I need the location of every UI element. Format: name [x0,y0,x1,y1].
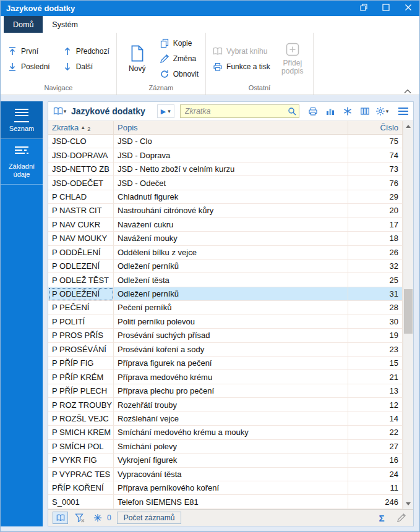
cell-popis[interactable]: Odležení perníků [114,287,348,301]
cell-cislo[interactable]: 32 [348,260,403,273]
cell-popis[interactable]: Příprava plechu pro pečení [114,384,348,398]
scrollbar-thumb[interactable] [404,289,413,333]
chart-button[interactable] [323,104,337,118]
edit-record-button[interactable]: Změna [158,51,200,67]
print-button[interactable] [306,104,320,118]
table-row[interactable]: P PŘÍP FIG Příprava figurek na pečení 15 [48,357,403,370]
cell-popis[interactable]: JSD - Netto zboží v celním kurzu [114,163,348,176]
links-button[interactable] [340,104,354,118]
cell-popis[interactable]: JSD - Doprava [114,148,348,162]
sum-button[interactable]: Σ [375,512,388,524]
quick-edit-button[interactable] [395,512,408,524]
cell-cislo[interactable]: 22 [348,426,403,439]
cell-cislo[interactable]: 75 [348,135,403,148]
table-row[interactable]: P ODLEŽENÍ Odležení perníků 31 [48,287,403,301]
table-row[interactable]: P NAV MOUKY Navážení mouky 18 [48,232,403,245]
cell-popis[interactable]: Rozehřátí trouby [114,398,348,412]
cell-cislo[interactable]: 30 [348,315,403,329]
add-signature-button[interactable]: Přidej podpis [277,36,308,81]
table-row[interactable]: JSD-ODEČET JSD - Odečet 76 [48,176,403,190]
scroll-down-button[interactable] [403,499,413,509]
tab-system[interactable]: Systém [43,16,87,33]
table-row[interactable]: P CHLAD Chladnutí figurek 29 [48,190,403,204]
vertical-scrollbar[interactable] [403,121,413,509]
cell-cislo[interactable]: 16 [348,454,403,467]
cell-zkratka[interactable]: P SMICH KREM [48,426,114,439]
cell-popis[interactable]: Vypracování těsta [114,468,348,481]
functions-print-button[interactable]: Funkce a tisk [211,59,272,74]
cell-cislo[interactable]: 23 [348,343,403,357]
cell-cislo[interactable]: 13 [348,384,403,398]
table-row[interactable]: P ODLEZENÍ Odležení perníků 32 [48,260,403,273]
list-view-toggle[interactable] [53,512,68,524]
cell-popis[interactable]: Rozšlehání vejce [114,412,348,426]
new-record-button[interactable]: Nový [122,36,153,81]
copy-record-button[interactable]: Kopie [158,36,200,51]
table-row[interactable]: P ODLEŽ TĚST Odležení těsta 25 [48,273,403,287]
table-row[interactable]: P SMÍCH POL Smíchání polevy 27 [48,440,403,454]
table-row[interactable]: P VYKR FIG Vykrojení figurek 16 [48,454,403,467]
cell-zkratka[interactable]: S_0001 [48,495,114,509]
cell-cislo[interactable]: 11 [348,481,403,495]
cell-popis[interactable]: Smíchání polevy [114,440,348,454]
table-row[interactable]: JSD-NETTO ZB JSD - Netto zboží v celním … [48,163,403,176]
settings-gear-button[interactable]: ▾ [375,104,389,118]
run-action-button[interactable]: ▶ ▾ [157,104,174,118]
table-row[interactable]: PŘÍP KOŘENÍ Příprava perníkového koření … [48,481,403,495]
cell-popis[interactable]: Polití perníku polevou [114,315,348,329]
search-input[interactable] [184,106,287,116]
cell-zkratka[interactable]: P NASTR CIT [48,204,114,217]
cell-popis[interactable]: Smíchání medového krému a mouky [114,426,348,439]
table-row[interactable]: P PROSÉVÁNÍ Prosévání koření a sody 23 [48,343,403,357]
cell-popis[interactable]: JSD - Clo [114,135,348,148]
table-row[interactable]: S_0001 Telefon SIEMENS E81 246 [48,495,403,509]
column-header-zkratka[interactable]: Zkratka ▲ 2 [48,121,114,134]
cell-zkratka[interactable]: P ODDĚLENÍ [48,246,114,260]
table-row[interactable]: P NASTR CIT Nastrouhání citrónové kůry 2… [48,204,403,217]
refresh-button[interactable]: Obnovit [158,67,200,82]
table-row[interactable]: P VYPRAC TES Vypracování těsta 24 [48,468,403,481]
cell-popis[interactable]: Odležení perníků [114,260,348,273]
table-row[interactable]: P SMICH KREM Smíchání medového krému a m… [48,426,403,439]
restore-window-button[interactable] [353,1,375,16]
menu-button[interactable] [396,104,410,118]
cell-zkratka[interactable]: P ROZ TROUBY [48,398,114,412]
cell-popis[interactable]: Odležení těsta [114,273,348,287]
filter-button[interactable] [74,512,86,524]
cell-zkratka[interactable]: JSD-CLO [48,135,114,148]
cell-popis[interactable]: Prosévání suchých přísad [114,329,348,342]
cell-zkratka[interactable]: P POLITÍ [48,315,114,329]
cell-cislo[interactable]: 21 [348,370,403,384]
cell-cislo[interactable]: 25 [348,273,403,287]
record-count-button[interactable]: Počet záznamů [117,512,182,524]
cell-cislo[interactable]: 12 [348,398,403,412]
cell-zkratka[interactable]: P NAV CUKR [48,218,114,232]
last-record-button[interactable]: Poslední [6,59,52,74]
cell-popis[interactable]: Nastrouhání citrónové kůry [114,204,348,217]
cell-zkratka[interactable]: P PŘÍP FIG [48,357,114,370]
cell-cislo[interactable]: 18 [348,232,403,245]
cell-zkratka[interactable]: P CHLAD [48,190,114,204]
columns-button[interactable] [358,104,372,118]
cell-zkratka[interactable]: P ROZŠL VEJC [48,412,114,426]
cell-cislo[interactable]: 73 [348,163,403,176]
column-header-popis[interactable]: Popis [114,121,348,134]
sidebar-item-zakladni-udaje[interactable]: Základní údaje [1,139,43,185]
cell-popis[interactable]: Pečení perníků [114,301,348,315]
book-selector-button[interactable]: ▾ [53,104,67,118]
cell-cislo[interactable]: 17 [348,218,403,232]
maximize-button[interactable] [375,1,397,16]
select-book-button[interactable]: Vybrat knihu [211,43,272,59]
cell-zkratka[interactable]: JSD-NETTO ZB [48,163,114,176]
table-row[interactable]: P ODDĚLENÍ Oddělení bílku z vejce 26 [48,246,403,260]
cell-cislo[interactable]: 15 [348,357,403,370]
previous-record-button[interactable]: Předchozí [61,43,111,59]
cell-cislo[interactable]: 246 [348,495,403,509]
cell-cislo[interactable]: 20 [348,204,403,217]
table-row[interactable]: P POLITÍ Polití perníku polevou 30 [48,315,403,329]
cell-zkratka[interactable]: JSD-DOPRAVA [48,148,114,162]
cell-cislo[interactable]: 76 [348,176,403,190]
cell-zkratka[interactable]: P PROS PŘÍS [48,329,114,342]
cell-zkratka[interactable]: P PŘÍP PLECH [48,384,114,398]
tab-domu[interactable]: Domů [4,16,43,33]
